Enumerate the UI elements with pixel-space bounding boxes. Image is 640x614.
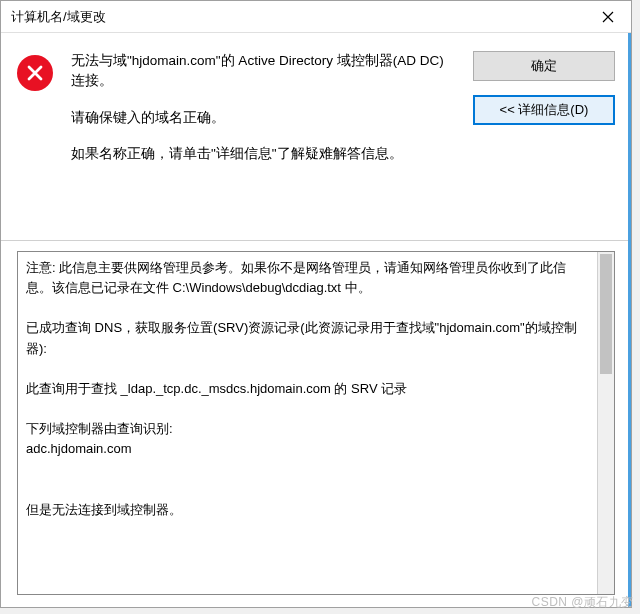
message-area: 无法与域"hjdomain.com"的 Active Directory 域控制…	[1, 33, 631, 190]
error-line-1: 无法与域"hjdomain.com"的 Active Directory 域控制…	[71, 51, 451, 92]
button-column: 确定 << 详细信息(D)	[473, 51, 615, 180]
ok-button[interactable]: 确定	[473, 51, 615, 81]
dialog-window: 计算机名/域更改 无法与域"hjdomain.com"的 Active Dire…	[0, 0, 632, 608]
watermark: CSDN @顽石九变	[531, 594, 634, 611]
icon-column	[17, 51, 57, 180]
error-line-3: 如果名称正确，请单击"详细信息"了解疑难解答信息。	[71, 144, 451, 164]
scrollbar-thumb[interactable]	[600, 254, 612, 374]
details-panel: 注意: 此信息主要供网络管理员参考。如果你不是网络管理员，请通知网络管理员你收到…	[17, 251, 615, 595]
error-line-2: 请确保键入的域名正确。	[71, 108, 451, 128]
divider	[1, 240, 631, 241]
details-button[interactable]: << 详细信息(D)	[473, 95, 615, 125]
details-text[interactable]: 注意: 此信息主要供网络管理员参考。如果你不是网络管理员，请通知网络管理员你收到…	[18, 252, 597, 594]
message-column: 无法与域"hjdomain.com"的 Active Directory 域控制…	[71, 51, 459, 180]
error-icon	[17, 55, 53, 91]
titlebar: 计算机名/域更改	[1, 1, 631, 33]
close-icon	[602, 11, 614, 23]
scrollbar[interactable]	[597, 252, 614, 594]
accent-border	[628, 33, 631, 607]
close-button[interactable]	[585, 1, 631, 33]
window-title: 计算机名/域更改	[11, 8, 585, 26]
